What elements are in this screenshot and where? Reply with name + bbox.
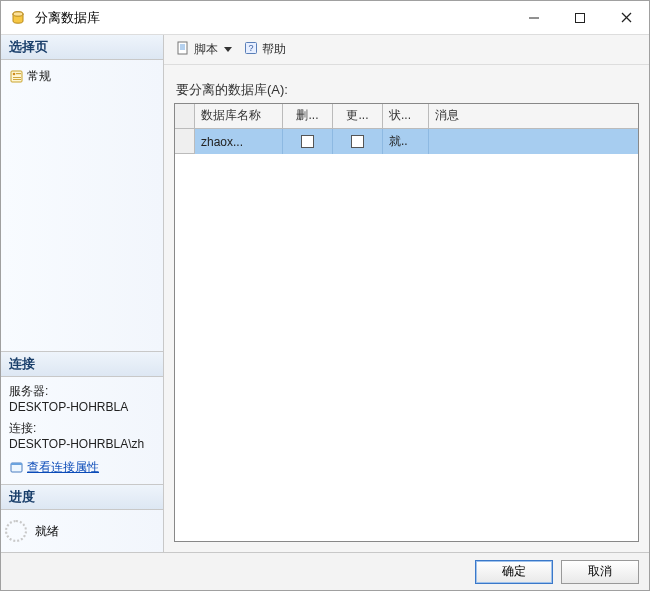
svg-rect-9: [13, 77, 21, 78]
row-header[interactable]: [175, 129, 195, 154]
minimize-button[interactable]: [511, 1, 557, 34]
progress-spinner-icon: [5, 520, 27, 542]
grid-header-row: 数据库名称 删... 更... 状... 消息: [175, 104, 638, 129]
svg-point-7: [12, 73, 15, 76]
script-dropdown[interactable]: 脚本: [172, 39, 236, 60]
grid-corner: [175, 104, 195, 128]
col-header-name[interactable]: 数据库名称: [195, 104, 283, 128]
left-pane: 选择页 常规 连接: [1, 35, 164, 552]
help-label: 帮助: [262, 41, 286, 58]
svg-rect-6: [11, 71, 22, 82]
window-controls: [511, 1, 649, 34]
grid-caption: 要分离的数据库(A):: [176, 81, 639, 99]
cell-db-name[interactable]: zhaox...: [195, 129, 283, 154]
help-icon: ?: [244, 41, 258, 58]
server-value: DESKTOP-HOHRBLA: [9, 400, 155, 414]
connection-header: 连接: [1, 351, 163, 377]
select-page-header: 选择页: [1, 35, 163, 60]
databases-grid[interactable]: 数据库名称 删... 更... 状... 消息 zhaox... 就..: [174, 103, 639, 542]
page-item-label: 常规: [27, 68, 51, 85]
col-header-update[interactable]: 更...: [333, 104, 383, 128]
chevron-down-icon: [224, 47, 232, 52]
dialog-footer: 确定 取消: [1, 552, 649, 590]
server-label: 服务器:: [9, 383, 155, 400]
svg-rect-12: [11, 463, 22, 465]
ok-button[interactable]: 确定: [475, 560, 553, 584]
view-connection-properties-link[interactable]: 查看连接属性: [27, 459, 99, 476]
svg-text:?: ?: [248, 43, 253, 53]
cell-state: 就..: [383, 129, 429, 154]
svg-rect-3: [576, 13, 585, 22]
close-button[interactable]: [603, 1, 649, 34]
script-icon: [176, 41, 190, 58]
help-button[interactable]: ? 帮助: [240, 39, 290, 60]
cell-drop[interactable]: [283, 129, 333, 154]
checkbox-drop[interactable]: [301, 135, 314, 148]
toolbar: 脚本 ? 帮助: [164, 35, 649, 65]
progress-status-row: 就绪: [1, 510, 163, 552]
cell-update[interactable]: [333, 129, 383, 154]
col-header-state[interactable]: 状...: [383, 104, 429, 128]
cell-message: [429, 129, 638, 154]
script-label: 脚本: [194, 41, 218, 58]
svg-point-1: [13, 11, 23, 15]
page-item-general[interactable]: 常规: [9, 66, 155, 87]
col-header-drop[interactable]: 删...: [283, 104, 333, 128]
progress-status-text: 就绪: [35, 523, 59, 540]
titlebar: 分离数据库: [1, 1, 649, 35]
svg-rect-8: [16, 73, 21, 74]
progress-header: 进度: [1, 484, 163, 510]
connection-label: 连接:: [9, 420, 155, 437]
select-page-list: 常规: [1, 60, 163, 93]
main-content: 要分离的数据库(A): 数据库名称 删... 更... 状... 消息 zhao…: [164, 65, 649, 552]
dialog-body: 选择页 常规 连接: [1, 35, 649, 552]
dialog-window: 分离数据库 选择页: [0, 0, 650, 591]
table-row[interactable]: zhaox... 就..: [175, 129, 638, 154]
window-title: 分离数据库: [35, 9, 511, 27]
connection-info: 服务器: DESKTOP-HOHRBLA 连接: DESKTOP-HOHRBLA…: [1, 377, 163, 484]
page-icon: [9, 70, 23, 84]
database-icon: [9, 9, 27, 27]
connection-value: DESKTOP-HOHRBLA\zh: [9, 437, 155, 451]
main-pane: 脚本 ? 帮助 要分离的数据库(A):: [164, 35, 649, 552]
col-header-message[interactable]: 消息: [429, 104, 638, 128]
cancel-button[interactable]: 取消: [561, 560, 639, 584]
maximize-button[interactable]: [557, 1, 603, 34]
checkbox-update[interactable]: [351, 135, 364, 148]
svg-rect-13: [178, 42, 187, 54]
properties-icon: [9, 461, 23, 475]
svg-rect-10: [13, 79, 21, 80]
view-connection-properties[interactable]: 查看连接属性: [9, 457, 155, 478]
